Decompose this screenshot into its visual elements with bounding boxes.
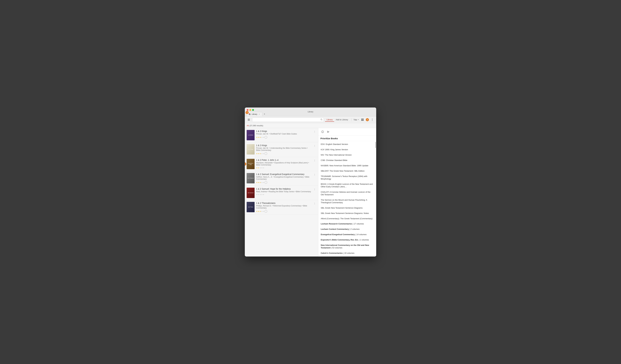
panel-list-item[interactable]: BDAG: A Greek-English Lexicon of the New… — [318, 182, 376, 189]
book-item: 1-2 KINGS 1 & 2 Kings Provan, Iain W. • … — [245, 128, 318, 142]
panel-list-item[interactable]: Alford (Commentary): The Greek Testament… — [318, 216, 376, 221]
star-icon: ★ — [261, 182, 263, 183]
main-window: Library 1 📚 Library ✕ + — [245, 107, 376, 256]
panel-list-item[interactable]: NIV: The New International Version — [318, 152, 376, 158]
star-icon: ★ — [263, 153, 264, 155]
book-stars: ★★★★★ — [256, 152, 311, 155]
panel-list-item[interactable]: SBL Greek New Testament Sentence Diagram… — [318, 211, 376, 216]
sort-label: Title — [353, 119, 357, 121]
panel-list-item[interactable]: TR1894MR: Scrivener's Textus Receptus (1… — [318, 174, 376, 182]
svg-point-10 — [372, 119, 373, 120]
more-options-button[interactable] — [370, 117, 374, 122]
book-cover: 1&2 Thess — [247, 202, 255, 212]
panel-item-volumes: | 17 volumes — [352, 223, 364, 225]
star-icon: ★ — [263, 210, 264, 212]
panel-item-title: Lexham Context Commentary — [321, 228, 349, 230]
book-meta: Maclaren, Alexander • Expositions of Hol… — [256, 162, 311, 166]
minimize-button[interactable] — [249, 109, 251, 111]
tab-close-button[interactable]: ✕ — [258, 113, 260, 115]
search-input[interactable] — [254, 119, 321, 121]
svg-rect-7 — [361, 120, 362, 121]
panel-list-item[interactable]: Expositor's Bible Commentary, Rev. Ed. |… — [318, 237, 376, 243]
svg-point-14 — [322, 131, 323, 132]
book-menu-button[interactable]: ⋮ — [313, 159, 316, 162]
prioritize-panel: Prioritize Books ESV: English Standard V… — [318, 128, 376, 256]
star-icon: ★ — [258, 210, 259, 212]
panel-item-volumes: | 53 volumes — [330, 247, 342, 249]
star-icon: ★ — [259, 153, 261, 155]
star-icon: ★ — [258, 153, 259, 155]
book-stars: ★★★★★ — [256, 167, 311, 169]
search-icon[interactable] — [321, 119, 322, 121]
progress-circle — [264, 181, 267, 184]
panel-info-button[interactable] — [320, 130, 325, 134]
svg-line-4 — [322, 120, 322, 120]
panel-list-item[interactable]: Calvin's Commentaries | 19 volumes — [318, 250, 376, 256]
panel-list-item[interactable]: ESV: English Standard Version — [318, 142, 376, 147]
book-item: 1&2 Thess 1 & 2 Thessalonians Phillips, … — [245, 200, 318, 215]
panel-prioritize-button[interactable] — [326, 130, 330, 134]
book-menu-button[interactable]: ⋮ — [313, 188, 316, 191]
book-menu-button[interactable]: ⋮ — [313, 173, 316, 176]
title-bar-inner: Library 1 📚 Library ✕ + — [247, 109, 374, 116]
badge-1: 1 — [245, 111, 249, 114]
book-meta: Hoffner, Harry A., Jr. • Evangelical Exe… — [256, 176, 311, 180]
progress-circle — [264, 136, 267, 139]
result-count: (37,090 results) — [249, 124, 263, 127]
panel-item-volumes: | 14 volumes — [355, 233, 367, 236]
panel-list-item[interactable]: Lexham Research Commentaries | 17 volume… — [318, 221, 376, 227]
filter-all-label[interactable]: All — [247, 124, 249, 127]
maximize-button[interactable] — [252, 109, 254, 111]
book-item: 1 & 2 Samuel 1 & 2 Samuel: Evangelical E… — [245, 171, 318, 186]
nav-tab-add-to-library[interactable]: Add to Library — [334, 118, 350, 122]
panel-list-item[interactable]: New International Commentary on the Old … — [318, 243, 376, 250]
grid-view-button[interactable] — [360, 117, 365, 122]
book-item: 1&2 Samuel 1 & 2 Samuel: Hope for the He… — [245, 186, 318, 200]
book-actions: ⋮ — [313, 202, 316, 205]
panel-list-item[interactable]: KJV 1900: King James Version — [318, 147, 376, 152]
book-title: 1 & 2 Samuel: Hope for the Helpless — [256, 188, 311, 190]
svg-rect-6 — [362, 119, 363, 119]
star-icon: ★ — [256, 153, 258, 155]
panel-list-item[interactable]: The Sermon on the Mount and Human Flouri… — [318, 198, 376, 205]
tab-library[interactable]: 1 📚 Library ✕ — [247, 112, 262, 116]
badge-2: 2 — [366, 118, 369, 121]
book-list: 1-2 KINGS 1 & 2 Kings Provan, Iain W. • … — [245, 128, 318, 256]
star-icon: ★ — [263, 194, 264, 196]
panel-list-item[interactable]: SBLGNT: The Greek New Testament: SBL Edi… — [318, 168, 376, 174]
search-bar[interactable] — [252, 117, 324, 122]
star-icon: ★ — [256, 167, 258, 169]
book-actions: ⋮ — [313, 130, 316, 133]
sort-button[interactable]: Title — [353, 119, 359, 121]
panel-list-item[interactable]: Lexham Context Commentary | 2 volumes — [318, 227, 376, 232]
toolbar-divider — [351, 118, 352, 121]
star-icon: ★ — [258, 167, 259, 169]
title-bar: Library 1 📚 Library ✕ + — [245, 107, 376, 116]
scrollbar-thumb[interactable] — [375, 142, 376, 148]
panel-item-title: Calvin's Commentaries — [321, 252, 343, 254]
cover-text: 1 & 2 Kings — [248, 149, 254, 150]
panel-list-item[interactable]: CHALOT: A Concise Hebrew and Aramaic Lex… — [318, 189, 376, 198]
panel-item-volumes: | 19 volumes — [343, 252, 354, 254]
panel-list-item[interactable]: Evangelical Exegetical Commentary | 14 v… — [318, 232, 376, 237]
panel-list-item[interactable]: NASB95: New American Standard Bible: 199… — [318, 163, 376, 168]
star-icon: ★ — [258, 136, 259, 138]
new-tab-button[interactable]: + — [263, 112, 266, 116]
panel-list-item[interactable]: SBL Greek New Testament Sentence Diagram… — [318, 205, 376, 211]
star-icon: ★ — [259, 210, 261, 212]
svg-point-3 — [321, 119, 322, 120]
nav-tab-library[interactable]: Library — [325, 118, 334, 122]
book-menu-button[interactable]: ⋮ — [313, 144, 316, 148]
book-menu-button[interactable]: ⋮ — [313, 202, 316, 205]
item-badge-3: 3 — [245, 163, 246, 165]
svg-rect-8 — [362, 120, 363, 121]
panel-list-item[interactable]: CSB: Christian Standard Bible — [318, 158, 376, 163]
menu-button[interactable] — [247, 117, 251, 122]
star-icon: ★ — [258, 182, 259, 183]
book-cover: 1-2 KINGS — [247, 130, 255, 140]
close-button[interactable] — [247, 109, 248, 111]
book-menu-button[interactable]: ⋮ — [313, 130, 316, 133]
tab-library-label: Library — [252, 113, 257, 115]
book-stars: ★★★★★ — [256, 136, 311, 139]
star-icon: ★ — [259, 182, 261, 183]
